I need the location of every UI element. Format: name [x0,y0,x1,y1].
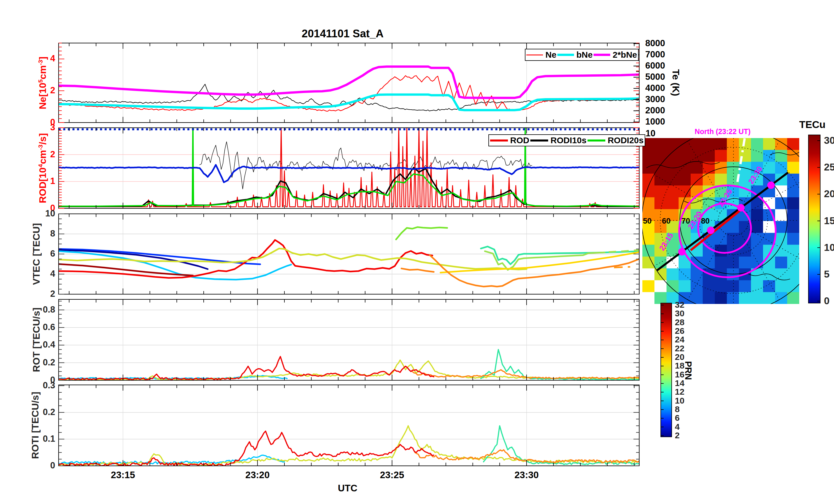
tecu-colorbar-title: TECu [799,119,826,130]
map-cell [763,292,775,304]
tecu-tick-label: 30 [824,135,834,146]
series-group [59,426,639,466]
map-cell [751,292,763,304]
prn-tick-label: 4 [675,422,680,432]
series-2*bNe [59,67,639,98]
series-blue-smooth [59,165,639,182]
prn-tick-label: 16 [675,370,684,380]
map-cell [775,150,787,162]
map-cell [715,174,727,186]
map-cell [715,257,727,269]
y-axis-label-ne: Ne[105cm-3] [37,56,48,109]
legend-line-rodi20s [588,139,605,141]
map-cell [727,257,739,269]
map-cell [787,209,799,221]
map-lat-label: 60 [662,217,671,226]
legend-label: RODI20s [608,136,643,145]
y-axis-label-part: -3 [37,144,44,150]
map-cell [739,245,751,257]
legend-line-bne [557,54,574,56]
map-cell [703,280,715,292]
series-group [59,349,639,380]
legend-item: 2*bNe [594,50,637,60]
track-time-dot [767,181,775,189]
legend-line-2bne [594,54,610,56]
legend-label: Ne [545,50,556,60]
map-cell [642,162,655,174]
map-cell [703,162,715,174]
map-cell [763,257,775,269]
series-PRN-green-high [396,227,447,239]
series-black-raw [200,142,532,189]
panel-vtec [59,214,639,294]
legend-ne-panel: Ne bNe 2*bNe [525,49,639,61]
map-cell [642,268,655,280]
map-cell [642,233,655,245]
map-cell [775,221,787,233]
prn-colorbar [661,303,672,437]
map-cell [739,280,751,292]
series-RODI10s [59,168,639,207]
map-cell [787,221,799,233]
y-axis-label-roti: ROTI [TECU/s] [29,392,41,459]
legend-item: RODI10s [530,136,586,145]
series-PRN-cyan [59,251,291,279]
legend-label: ROD [510,136,529,145]
x-tick-label: 23:15 [103,469,143,480]
y-axis-label-part: ROD[10 [37,167,48,203]
prn-colorbar-label: PRN [683,361,693,380]
prn-tick-label: 30 [675,308,684,318]
y-axis-label-part: ROT [TECU/s] [31,308,42,372]
prn-tick-label: 32 [675,300,684,310]
prn-tick-label: 22 [675,344,684,353]
map-cell [775,209,787,221]
map-cell [763,138,775,150]
map-cell [715,245,727,257]
prn-tick-label: 26 [675,326,684,336]
track-time-dot [737,204,745,211]
map-cell [666,197,679,209]
map-cell [666,280,679,292]
panel-roti [59,385,639,466]
map-cell [655,162,667,174]
map-cell [655,280,667,292]
map-cell [787,138,799,150]
map-cell [679,174,691,186]
map-cell [655,138,667,150]
map-cell [727,150,739,162]
te-tick-label: 6000 [645,61,665,71]
map-cell [787,150,799,162]
map-cell [763,162,775,174]
te-tick-label: 2000 [645,105,665,116]
plot-canvas [0,0,834,504]
series-orange [412,370,639,379]
x-tick-label: 23:20 [237,469,278,480]
map-cell [751,138,763,150]
legend-label: RODI10s [550,136,586,145]
te-tick-label: 4000 [645,83,665,93]
map-cell [787,280,799,292]
map-title: North (23:22 UT) [695,128,750,136]
series-yellowgreen [59,426,639,466]
map-cell [703,257,715,269]
map-cell [751,209,763,221]
legend-item: Ne [526,50,556,60]
map-cell [775,268,787,280]
map-cell [787,185,799,198]
y-axis-label-part: VTEC [TECU] [31,223,42,285]
map-cell [787,257,799,269]
series-red [59,431,434,466]
y-tick-label-rod: 3 [29,122,55,133]
y-axis-label-part: 4 [37,164,44,167]
map-cell [739,292,751,304]
map-cell [642,185,655,198]
te-tick-label: 3000 [645,94,665,105]
y-axis-label-part: ] [37,56,48,60]
series-group [59,227,639,287]
map-cell [763,280,775,292]
map-cell [763,150,775,162]
prn-tick-label: 8 [675,405,680,414]
legend-label: 2*bNe [613,50,637,60]
map-cell [703,292,715,304]
map-cell [751,233,763,245]
